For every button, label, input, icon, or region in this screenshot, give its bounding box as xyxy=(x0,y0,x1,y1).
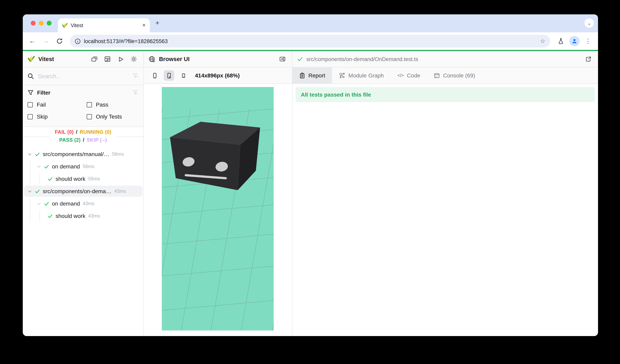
vitest-logo-icon xyxy=(28,56,35,63)
search-placeholder: Search... xyxy=(38,73,129,79)
reload-button[interactable] xyxy=(54,36,65,47)
theme-toggle-sun-icon[interactable] xyxy=(129,54,139,64)
indent-guide xyxy=(30,161,30,184)
test-summary-counts: FAIL (0) / RUNNING (0) PASS (2) / SKIP (… xyxy=(50,128,116,145)
report-tab-bar: Report Module Graph </> Code xyxy=(293,67,598,84)
indent-guide xyxy=(30,198,30,221)
tree-row-test-should-work-2[interactable]: should work 43ms xyxy=(24,210,143,221)
vitest-ui: Vitest xyxy=(23,51,598,336)
module-graph-icon xyxy=(339,72,345,79)
tab-report[interactable]: Report xyxy=(293,67,332,83)
tab-list-chevron-icon[interactable]: ⌄ xyxy=(584,18,594,28)
url-input[interactable]: localhost:5173/#/?file=1828625563 ☆ xyxy=(70,35,550,47)
window-controls xyxy=(31,21,51,26)
site-info-icon[interactable] xyxy=(75,38,81,44)
pass-check-icon xyxy=(47,213,53,218)
viewport-size-label: 414x896px (68%) xyxy=(195,72,240,79)
browser-ui-header: Browser UI xyxy=(144,51,292,67)
pass-count: PASS (2) xyxy=(59,137,81,143)
tab-title: Vitest xyxy=(71,23,139,28)
report-content: All tests passed in this file xyxy=(293,84,598,336)
filter-title-row: Filter xyxy=(28,88,139,97)
checkbox-icon[interactable] xyxy=(28,114,33,119)
sidebar: Vitest xyxy=(23,51,144,336)
device-toolbar: 414x896px (68%) xyxy=(144,67,292,84)
tree-row-file-manual[interactable]: src/components/manual/… 56ms xyxy=(24,148,143,160)
chevron-down-icon[interactable] xyxy=(37,164,41,169)
tree-row-file-on-demand[interactable]: src/components/on-dema… 43ms xyxy=(24,186,143,197)
zoom-window-button[interactable] xyxy=(47,21,51,26)
sidebar-header: Vitest xyxy=(23,51,143,67)
forward-button[interactable]: → xyxy=(40,36,51,47)
filter-checkbox-only-tests[interactable]: Only Tests xyxy=(87,111,139,123)
tree-row-test-should-work[interactable]: should work 55ms xyxy=(24,173,143,184)
browser-tab[interactable]: Vitest ✕ xyxy=(58,18,150,32)
device-tablet-icon[interactable] xyxy=(178,70,188,81)
skip-count: SKIP (--) xyxy=(87,137,107,143)
browser-ui-content xyxy=(144,84,292,336)
clear-filter-icon[interactable] xyxy=(133,90,139,96)
chevron-down-icon[interactable] xyxy=(37,201,41,206)
filter-options: Fail Pass Skip Only Tests xyxy=(28,99,139,123)
test-file-path: src/components/on-demand/OnDemand.test.t… xyxy=(306,56,580,62)
indent-guide xyxy=(40,173,40,184)
filter-title: Filter xyxy=(37,90,129,96)
chrome-menu-kebab-icon[interactable]: ⋮ xyxy=(582,35,594,47)
console-icon xyxy=(434,73,440,78)
pass-check-icon xyxy=(47,176,53,181)
filter-checkbox-skip[interactable]: Skip xyxy=(28,111,87,123)
open-external-icon[interactable] xyxy=(584,54,593,64)
filter-checkbox-fail[interactable]: Fail xyxy=(28,99,87,111)
browser-ui-panel: Browser UI xyxy=(144,51,293,336)
browser-toolbar: ← → localhost:5173/#/?file=1828625563 xyxy=(23,32,598,50)
chevron-down-icon[interactable] xyxy=(28,189,32,193)
report-header: src/components/on-demand/OnDemand.test.t… xyxy=(293,51,598,67)
dashboard-windows-icon[interactable] xyxy=(90,54,99,64)
close-tab-icon[interactable]: ✕ xyxy=(142,23,146,28)
filter-checkbox-pass[interactable]: Pass xyxy=(87,99,139,111)
bookmark-star-icon[interactable]: ☆ xyxy=(540,38,545,45)
close-window-button[interactable] xyxy=(31,21,36,26)
minimize-window-button[interactable] xyxy=(39,21,44,26)
profile-avatar[interactable] xyxy=(569,36,580,46)
chevron-down-icon[interactable] xyxy=(28,152,32,156)
new-tab-button[interactable]: + xyxy=(155,19,159,27)
all-tests-passed-banner: All tests passed in this file xyxy=(296,87,595,102)
search-input[interactable]: Search... xyxy=(23,67,143,85)
tree-row-suite-on-demand[interactable]: on demand 56ms xyxy=(24,161,143,172)
running-count: RUNNING (0) xyxy=(80,129,111,135)
globe-icon xyxy=(149,56,155,62)
tree-row-suite-on-demand-2[interactable]: on demand 43ms xyxy=(24,198,143,209)
report-panel-icon[interactable] xyxy=(103,54,112,64)
tab-console[interactable]: Console (69) xyxy=(427,67,482,83)
tab-module-graph[interactable]: Module Graph xyxy=(332,67,390,83)
clear-search-filter-icon[interactable] xyxy=(133,73,139,79)
tab-code[interactable]: </> Code xyxy=(391,67,427,83)
dock-panel-icon[interactable] xyxy=(278,54,287,64)
back-button[interactable]: ← xyxy=(27,36,38,47)
clipboard-icon xyxy=(299,73,305,78)
fail-count: FAIL (0) xyxy=(55,129,74,135)
pass-check-icon xyxy=(44,201,49,206)
code-icon: </> xyxy=(398,73,404,78)
tab-strip: Vitest ✕ + ⌄ xyxy=(23,14,598,32)
test-summary: FAIL (0) / RUNNING (0) PASS (2) / SKIP (… xyxy=(23,128,143,146)
checkbox-icon[interactable] xyxy=(87,114,92,119)
file-pass-check-icon xyxy=(297,56,303,62)
pass-check-icon xyxy=(35,189,40,194)
checkbox-icon[interactable] xyxy=(28,102,33,107)
funnel-icon xyxy=(28,90,33,96)
device-phone-plus-icon[interactable] xyxy=(164,70,174,81)
test-tree: src/components/manual/… 56ms on demand 5… xyxy=(23,146,143,336)
filter-section: Filter Fail xyxy=(23,85,143,127)
checkbox-icon[interactable] xyxy=(87,102,92,107)
pass-check-icon xyxy=(35,151,40,157)
app-title: Vitest xyxy=(38,56,54,62)
experiments-flask-icon[interactable] xyxy=(555,35,567,47)
test-viewport-canvas[interactable] xyxy=(162,87,274,331)
url-text: localhost:5173/#/?file=1828625563 xyxy=(84,38,537,44)
device-phone-icon[interactable] xyxy=(149,70,160,81)
report-panel: src/components/on-demand/OnDemand.test.t… xyxy=(293,51,598,336)
run-all-play-icon[interactable] xyxy=(116,54,125,64)
browser-window: Vitest ✕ + ⌄ ← → xyxy=(23,14,598,336)
